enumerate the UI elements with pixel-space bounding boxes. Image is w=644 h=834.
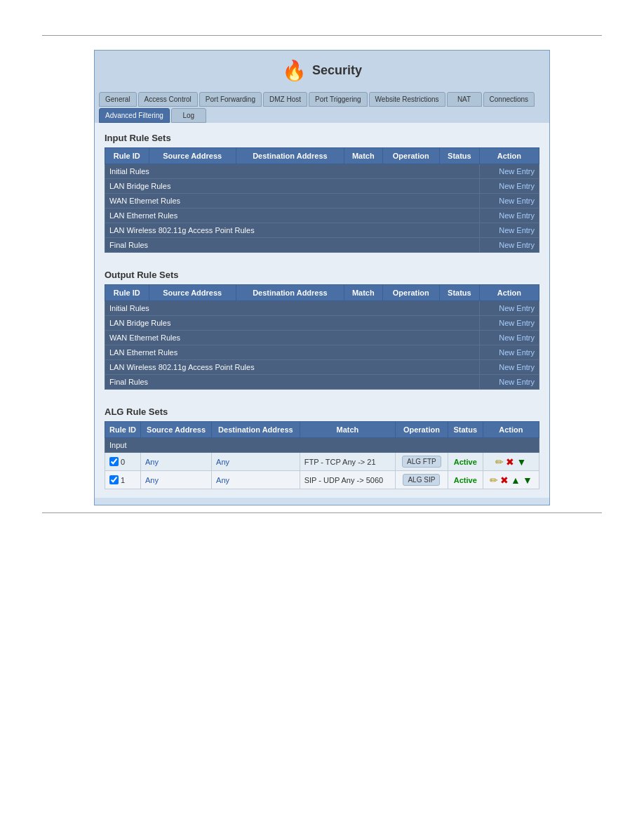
output-wan-ethernet-label: WAN Ethernet Rules — [105, 331, 480, 345]
alg-row0-status-value: Active — [454, 458, 477, 466]
alg-input-section-row: Input — [105, 438, 539, 453]
tab-advanced-filtering[interactable]: Advanced Filtering — [99, 108, 170, 123]
delete-icon[interactable]: ✖ — [500, 475, 509, 486]
alg-row0-operation-label: ALG FTP — [402, 456, 441, 468]
input-header-dest: Destination Address — [236, 148, 344, 164]
spacer2 — [105, 391, 539, 399]
move-down-icon[interactable]: ▼ — [516, 456, 526, 468]
input-wan-ethernet-label: WAN Ethernet Rules — [105, 194, 480, 208]
tab-connections[interactable]: Connections — [483, 92, 535, 107]
spacer1 — [105, 254, 539, 263]
alg-row0-destination: Any — [212, 453, 300, 471]
table-row: LAN Bridge Rules New Entry — [105, 316, 539, 331]
table-row: 0 Any Any FTP - TCP Any -> 21 ALG FTP — [105, 453, 539, 471]
tab-access-control[interactable]: Access Control — [138, 92, 198, 107]
alg-header-match: Match — [300, 422, 395, 438]
input-header-action: Action — [479, 148, 539, 164]
alg-row0-id: 0 — [105, 453, 141, 471]
move-up-icon[interactable]: ▲ — [511, 475, 521, 486]
table-row: LAN Wireless 802.11g Access Point Rules … — [105, 223, 539, 238]
output-lan-bridge-new-entry[interactable]: New Entry — [499, 319, 535, 327]
input-wan-ethernet-new-entry[interactable]: New Entry — [499, 197, 535, 205]
tab-nat[interactable]: NAT — [447, 92, 482, 107]
alg-row1-status-value: Active — [454, 476, 477, 484]
alg-row1-action-icons: ✏ ✖ ▲ ▼ — [488, 475, 535, 486]
alg-row0-source: Any — [141, 453, 212, 471]
alg-row1-checkbox[interactable] — [109, 475, 119, 484]
alg-header-dest: Destination Address — [212, 422, 300, 438]
edit-icon[interactable]: ✏ — [490, 475, 498, 486]
alg-row0-source-link[interactable]: Any — [145, 458, 159, 466]
delete-icon[interactable]: ✖ — [506, 456, 514, 468]
table-row: LAN Ethernet Rules New Entry — [105, 208, 539, 223]
input-lan-wireless-label: LAN Wireless 802.11g Access Point Rules — [105, 223, 480, 238]
input-header-rule-id: Rule ID — [105, 148, 149, 164]
tab-log[interactable]: Log — [171, 108, 206, 123]
alg-rules-table: Rule ID Source Address Destination Addre… — [105, 421, 539, 489]
output-lan-wireless-new-entry[interactable]: New Entry — [499, 363, 535, 371]
output-lan-wireless-label: LAN Wireless 802.11g Access Point Rules — [105, 360, 480, 375]
output-header-dest: Destination Address — [236, 285, 344, 301]
output-header-rule-id: Rule ID — [105, 285, 149, 301]
alg-row1-operation-label: ALG SIP — [403, 474, 440, 486]
output-initial-new-entry[interactable]: New Entry — [499, 304, 535, 312]
alg-rules-title: ALG Rule Sets — [105, 406, 539, 417]
alg-row0-dest-link[interactable]: Any — [216, 458, 229, 466]
edit-icon[interactable]: ✏ — [495, 456, 504, 468]
output-wan-ethernet-new-entry[interactable]: New Entry — [499, 333, 535, 342]
security-icon: 🔥 — [282, 59, 307, 82]
bottom-divider — [42, 512, 602, 513]
output-header-action: Action — [479, 285, 539, 301]
input-final-rules-label: Final Rules — [105, 238, 480, 253]
output-final-new-entry[interactable]: New Entry — [499, 378, 535, 386]
output-header-match: Match — [344, 285, 382, 301]
input-header-status: Status — [439, 148, 479, 164]
move-down-icon[interactable]: ▼ — [523, 475, 532, 486]
input-initial-rules-label: Initial Rules — [105, 164, 480, 179]
input-rules-title: Input Rule Sets — [105, 133, 539, 143]
alg-row0-operation: ALG FTP — [396, 453, 448, 471]
table-row: LAN Wireless 802.11g Access Point Rules … — [105, 360, 539, 375]
alg-row1-operation: ALG SIP — [396, 471, 448, 489]
input-lan-wireless-new-entry[interactable]: New Entry — [499, 226, 535, 234]
alg-row1-id-value: 1 — [121, 476, 125, 484]
alg-row1-source: Any — [141, 471, 212, 489]
alg-header-status: Status — [448, 422, 483, 438]
table-row: Final Rules New Entry — [105, 375, 539, 390]
input-lan-bridge-new-entry[interactable]: New Entry — [499, 182, 535, 190]
alg-row1-match: SIP - UDP Any -> 5060 — [300, 471, 395, 489]
alg-row0-status: Active — [448, 453, 483, 471]
alg-row1-checkbox-cell: 1 — [109, 475, 136, 484]
output-final-rules-label: Final Rules — [105, 375, 480, 390]
tab-website-restrictions[interactable]: Website Restrictions — [369, 92, 445, 107]
alg-row0-checkbox[interactable] — [109, 457, 119, 466]
tab-general[interactable]: General — [99, 92, 137, 107]
output-lan-ethernet-new-entry[interactable]: New Entry — [499, 348, 535, 357]
table-row: WAN Ethernet Rules New Entry — [105, 331, 539, 345]
alg-row1-destination: Any — [212, 471, 300, 489]
input-lan-bridge-label: LAN Bridge Rules — [105, 179, 480, 194]
output-header-operation: Operation — [382, 285, 439, 301]
alg-header-source: Source Address — [141, 422, 212, 438]
alg-row1-dest-link[interactable]: Any — [216, 476, 229, 484]
alg-row1-source-link[interactable]: Any — [145, 476, 159, 484]
input-initial-new-entry[interactable]: New Entry — [499, 167, 535, 176]
alg-header-operation: Operation — [396, 422, 448, 438]
alg-row0-match: FTP - TCP Any -> 21 — [300, 453, 395, 471]
table-row: Final Rules New Entry — [105, 238, 539, 253]
content-area: Input Rule Sets Rule ID Source Address D… — [95, 123, 549, 498]
alg-row1-id: 1 — [105, 471, 141, 489]
alg-input-label: Input — [105, 438, 539, 453]
tab-port-triggering[interactable]: Port Triggering — [309, 92, 368, 107]
input-header-operation: Operation — [382, 148, 439, 164]
tab-port-forwarding[interactable]: Port Forwarding — [199, 92, 262, 107]
alg-header-action: Action — [483, 422, 539, 438]
tab-dmz-host[interactable]: DMZ Host — [263, 92, 307, 107]
input-lan-ethernet-new-entry[interactable]: New Entry — [499, 211, 535, 220]
output-initial-rules-label: Initial Rules — [105, 301, 480, 316]
output-rules-table: Rule ID Source Address Destination Addre… — [105, 284, 539, 390]
table-row: Initial Rules New Entry — [105, 301, 539, 316]
input-final-new-entry[interactable]: New Entry — [499, 241, 535, 249]
alg-header-rule-id: Rule ID — [105, 422, 141, 438]
page-wrapper: 🔥 Security General Access Control Port F… — [0, 0, 644, 555]
